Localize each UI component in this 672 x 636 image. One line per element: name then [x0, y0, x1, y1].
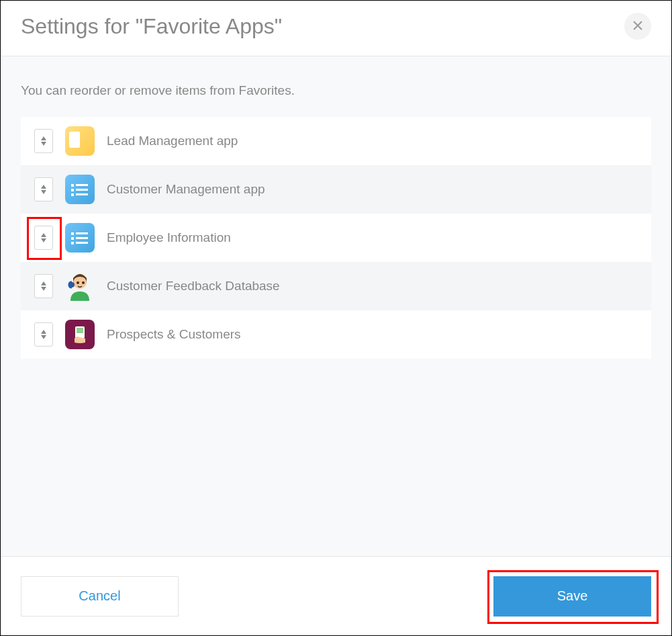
dialog-body: You can reorder or remove items from Fav…	[1, 56, 671, 556]
list-item: Customer Management app	[21, 165, 651, 214]
app-label: Customer Feedback Database	[107, 279, 280, 293]
reorder-handle[interactable]	[34, 129, 53, 153]
svg-rect-4	[71, 193, 74, 196]
settings-dialog: Settings for "Favorite Apps" You can reo…	[0, 0, 672, 636]
svg-rect-9	[76, 237, 88, 239]
app-label: Prospects & Customers	[107, 327, 241, 342]
app-label: Customer Management app	[107, 182, 265, 197]
svg-rect-10	[71, 242, 74, 244]
chevron-down-icon	[41, 190, 46, 194]
reorder-handle[interactable]	[34, 177, 53, 201]
chevron-down-icon	[41, 287, 46, 291]
svg-rect-6	[71, 232, 74, 235]
reorder-handle[interactable]	[34, 226, 53, 250]
list-icon	[65, 175, 95, 204]
list-item: Prospects & Customers	[21, 310, 651, 359]
chevron-up-icon	[41, 185, 46, 189]
svg-rect-5	[76, 193, 88, 195]
close-icon	[633, 19, 642, 34]
svg-rect-17	[77, 328, 83, 333]
svg-rect-0	[71, 184, 74, 187]
dialog-title: Settings for "Favorite Apps"	[21, 14, 282, 39]
chevron-up-icon	[41, 330, 46, 334]
svg-rect-1	[76, 184, 88, 186]
close-button[interactable]	[624, 13, 651, 40]
reorder-handle[interactable]	[34, 322, 53, 347]
chevron-up-icon	[41, 233, 46, 237]
save-button[interactable]: Save	[493, 576, 651, 617]
instruction-text: You can reorder or remove items from Fav…	[21, 83, 651, 98]
reorder-handle[interactable]	[34, 274, 53, 298]
dialog-footer: Cancel Save	[1, 556, 671, 635]
list-item: Lead Management app	[21, 117, 651, 165]
chevron-down-icon	[41, 238, 46, 242]
svg-point-14	[77, 281, 79, 284]
app-label: Employee Information	[107, 230, 231, 245]
cancel-button[interactable]: Cancel	[21, 576, 179, 617]
list-icon	[65, 223, 95, 253]
app-label: Lead Management app	[107, 134, 238, 148]
svg-rect-7	[76, 232, 88, 234]
list-item: Employee Information	[21, 214, 651, 262]
svg-rect-11	[76, 242, 88, 244]
svg-rect-2	[71, 189, 74, 191]
chevron-down-icon	[41, 142, 46, 146]
svg-point-15	[82, 281, 85, 284]
dialog-header: Settings for "Favorite Apps"	[1, 1, 671, 56]
folder-icon	[65, 126, 95, 156]
list-item: Customer Feedback Database	[21, 262, 651, 310]
chevron-up-icon	[41, 136, 46, 140]
person-headset-icon	[65, 271, 95, 301]
chevron-up-icon	[41, 281, 46, 285]
favorites-list: Lead Management app Customer Management …	[21, 117, 651, 359]
svg-rect-8	[71, 237, 74, 240]
svg-point-13	[69, 282, 75, 287]
svg-rect-3	[76, 189, 88, 191]
chevron-down-icon	[41, 335, 46, 339]
hand-card-icon	[65, 320, 95, 349]
